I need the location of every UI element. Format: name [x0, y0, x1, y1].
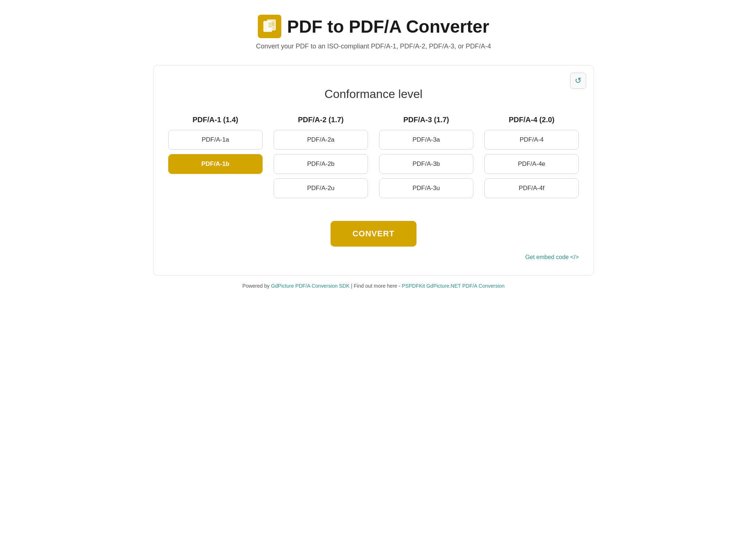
col1-header: PDF/A-1 (1.4) [168, 116, 263, 124]
page-title: PDF to PDF/A Converter [287, 17, 489, 37]
reset-button[interactable]: ↺ [570, 73, 586, 89]
footer-link2[interactable]: PSPDFKit GdPicture.NET PDF/A Conversion [402, 283, 505, 289]
option-pdfa-1a[interactable]: PDF/A-1a [168, 130, 263, 150]
option-pdfa-3b[interactable]: PDF/A-3b [379, 154, 473, 174]
column-pdfa3: PDF/A-3 (1.7) PDF/A-3a PDF/A-3b PDF/A-3u [379, 116, 473, 203]
option-pdfa-3u[interactable]: PDF/A-3u [379, 178, 473, 198]
col4-options: PDF/A-4 PDF/A-4e PDF/A-4f [484, 130, 579, 203]
footer-text-before-link1: Powered by [242, 283, 271, 289]
col3-header: PDF/A-3 (1.7) [379, 116, 473, 124]
page-header: PDF to PDF/A Converter Convert your PDF … [256, 15, 491, 50]
main-card: ↺ Conformance level PDF/A-1 (1.4) PDF/A-… [153, 65, 594, 276]
column-pdfa1: PDF/A-1 (1.4) PDF/A-1a PDF/A-1b [168, 116, 263, 203]
column-pdfa4: PDF/A-4 (2.0) PDF/A-4 PDF/A-4e PDF/A-4f [484, 116, 579, 203]
app-logo [258, 15, 281, 38]
convert-button[interactable]: CONVERT [331, 221, 417, 247]
col3-options: PDF/A-3a PDF/A-3b PDF/A-3u [379, 130, 473, 203]
embed-code-link[interactable]: Get embed code </> [525, 254, 579, 261]
option-pdfa-3a[interactable]: PDF/A-3a [379, 130, 473, 150]
option-pdfa-2a[interactable]: PDF/A-2a [274, 130, 368, 150]
footer-link1[interactable]: GdPicture PDF/A Conversion SDK [271, 283, 350, 289]
column-pdfa2: PDF/A-2 (1.7) PDF/A-2a PDF/A-2b PDF/A-2u [274, 116, 368, 203]
col1-options: PDF/A-1a PDF/A-1b [168, 130, 263, 178]
col2-header: PDF/A-2 (1.7) [274, 116, 368, 124]
embed-link-row: Get embed code </> [168, 254, 579, 261]
col4-header: PDF/A-4 (2.0) [484, 116, 579, 124]
option-pdfa-2b[interactable]: PDF/A-2b [274, 154, 368, 174]
option-pdfa-1b[interactable]: PDF/A-1b [168, 154, 263, 174]
option-pdfa-4f[interactable]: PDF/A-4f [484, 178, 579, 198]
conformance-grid: PDF/A-1 (1.4) PDF/A-1a PDF/A-1b PDF/A-2 … [168, 116, 579, 203]
option-pdfa-4[interactable]: PDF/A-4 [484, 130, 579, 150]
option-pdfa-2u[interactable]: PDF/A-2u [274, 178, 368, 198]
title-row: PDF to PDF/A Converter [258, 15, 489, 38]
reset-icon: ↺ [575, 76, 581, 86]
col2-options: PDF/A-2a PDF/A-2b PDF/A-2u [274, 130, 368, 203]
footer-text-middle: | Find out more here - [350, 283, 402, 289]
footer: Powered by GdPicture PDF/A Conversion SD… [242, 283, 505, 289]
option-pdfa-4e[interactable]: PDF/A-4e [484, 154, 579, 174]
page-subtitle: Convert your PDF to an ISO-compliant PDF… [256, 43, 491, 50]
convert-section: CONVERT [168, 221, 579, 247]
conformance-title: Conformance level [168, 87, 579, 101]
